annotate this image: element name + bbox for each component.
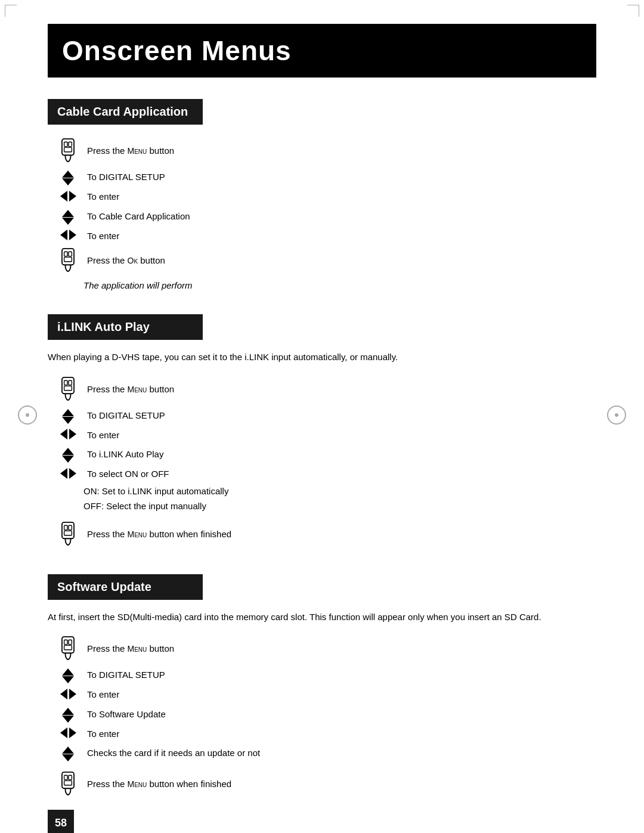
updown-arrow-icon <box>54 405 87 426</box>
svg-rect-2 <box>69 142 72 146</box>
cable-card-note: The application will perform <box>83 280 596 290</box>
instruction-row: To i.LINK Auto Play <box>54 444 174 465</box>
ilink-instructions: Press the Menu button To DIGITAL SETUP T… <box>54 374 174 484</box>
ilink-intro: When playing a D-VHS tape, you can set i… <box>48 351 596 364</box>
registration-mark-right <box>607 405 626 425</box>
section-header-software-update: Software Update <box>48 574 203 600</box>
updown-arrow-icon <box>54 743 87 764</box>
instruction-row: To DIGITAL SETUP <box>54 167 190 188</box>
hand-icon <box>54 633 87 665</box>
svg-rect-23 <box>64 781 72 785</box>
instruction-text: Press the Menu button <box>87 374 174 405</box>
instruction-row: Press the Menu button when finished <box>54 519 231 550</box>
software-update-intro: At first, insert the SD(Multi-media) car… <box>48 611 596 624</box>
svg-rect-4 <box>62 249 74 265</box>
updown-arrow-icon <box>54 167 87 188</box>
instruction-text: To enter <box>87 725 260 744</box>
instruction-row: Press the Menu button <box>54 374 174 405</box>
instruction-text: Press the Menu button <box>87 633 260 665</box>
instruction-row: Press the Menu button <box>54 135 190 167</box>
instruction-text: To enter <box>87 686 260 704</box>
svg-rect-10 <box>69 380 72 385</box>
instruction-text: To DIGITAL SETUP <box>87 665 260 686</box>
ilink-sub-items: ON: Set to i.LINK input automatically OF… <box>83 484 596 514</box>
instruction-row: To select ON or OFF <box>54 465 174 484</box>
section-header-cable-card: Cable Card Application <box>48 99 203 125</box>
instruction-row: To enter <box>54 426 174 445</box>
leftright-arrow-icon <box>54 725 87 744</box>
svg-rect-22 <box>69 775 72 779</box>
leftright-arrow-icon <box>54 426 87 445</box>
updown-arrow-icon <box>54 444 87 465</box>
registration-mark-left <box>18 405 37 425</box>
leftright-arrow-icon <box>54 188 87 206</box>
instruction-text: To i.LINK Auto Play <box>87 444 174 465</box>
hand-icon <box>54 374 87 405</box>
instruction-row: To enter <box>54 188 190 206</box>
instruction-row: To Cable Card Application <box>54 206 190 227</box>
section-software-update: Software Update At first, insert the SD(… <box>48 574 596 801</box>
svg-rect-17 <box>64 640 67 644</box>
instruction-text: To Cable Card Application <box>87 206 190 227</box>
svg-rect-5 <box>64 252 67 256</box>
leftright-arrow-icon <box>54 686 87 704</box>
svg-rect-15 <box>64 531 72 535</box>
instruction-row: To enter <box>54 725 260 744</box>
section-header-ilink: i.LINK Auto Play <box>48 314 203 340</box>
instruction-text: Press the Ok button <box>87 245 190 277</box>
instruction-text: Press the Menu button <box>87 135 190 167</box>
instruction-text: To DIGITAL SETUP <box>87 167 190 188</box>
instruction-text: To enter <box>87 188 190 206</box>
svg-rect-16 <box>62 637 74 653</box>
hand-icon <box>54 519 87 550</box>
leftright-arrow-icon <box>54 227 87 246</box>
instruction-text: To Software Update <box>87 704 260 725</box>
svg-rect-8 <box>62 377 74 393</box>
instruction-row: To DIGITAL SETUP <box>54 405 174 426</box>
software-update-instructions-2: Press the Menu button when finished <box>54 769 231 800</box>
svg-rect-6 <box>69 252 72 256</box>
svg-rect-1 <box>64 142 67 146</box>
leftright-arrow-icon <box>54 465 87 484</box>
ilink-instructions-2: Press the Menu button when finished <box>54 519 231 550</box>
hand-icon <box>54 769 87 800</box>
instruction-text: Press the Menu button when finished <box>87 769 231 800</box>
svg-rect-9 <box>64 380 67 385</box>
svg-rect-18 <box>69 640 72 644</box>
instruction-text: To DIGITAL SETUP <box>87 405 174 426</box>
updown-arrow-icon <box>54 704 87 725</box>
svg-rect-21 <box>64 775 67 779</box>
instruction-text: Checks the card if it needs an update or… <box>87 743 260 764</box>
svg-rect-13 <box>64 525 67 529</box>
page-title-bar: Onscreen Menus <box>48 24 596 78</box>
instruction-text: Press the Menu button when finished <box>87 519 231 550</box>
svg-rect-20 <box>62 772 74 788</box>
instruction-row: To DIGITAL SETUP <box>54 665 260 686</box>
updown-arrow-icon <box>54 665 87 686</box>
section-cable-card: Cable Card Application Press the Menu bu… <box>48 99 596 290</box>
instruction-row: To enter <box>54 686 260 704</box>
page-title: Onscreen Menus <box>62 35 582 67</box>
instruction-text: To enter <box>87 426 174 445</box>
updown-arrow-icon <box>54 206 87 227</box>
instruction-row: Press the Menu button when finished <box>54 769 231 800</box>
sub-item: OFF: Select the input manually <box>83 498 596 514</box>
hand-icon <box>54 245 87 277</box>
svg-rect-12 <box>62 522 74 538</box>
page-number: 58 <box>48 810 74 833</box>
instruction-row: Press the Ok button <box>54 245 190 277</box>
svg-rect-0 <box>62 139 74 155</box>
svg-rect-3 <box>64 147 72 151</box>
software-update-instructions: Press the Menu button To DIGITAL SETUP T… <box>54 633 260 764</box>
sub-item: ON: Set to i.LINK input automatically <box>83 484 596 499</box>
section-ilink: i.LINK Auto Play When playing a D-VHS ta… <box>48 314 596 550</box>
crop-mark-tl <box>5 5 17 17</box>
svg-rect-19 <box>64 645 72 649</box>
hand-icon <box>54 135 87 167</box>
instruction-text: To select ON or OFF <box>87 465 174 484</box>
instruction-row: Checks the card if it needs an update or… <box>54 743 260 764</box>
instruction-row: Press the Menu button <box>54 633 260 665</box>
instruction-row: To Software Update <box>54 704 260 725</box>
svg-rect-14 <box>69 525 72 529</box>
cable-card-instructions: Press the Menu button To DIGITAL SETUP <box>54 135 190 277</box>
